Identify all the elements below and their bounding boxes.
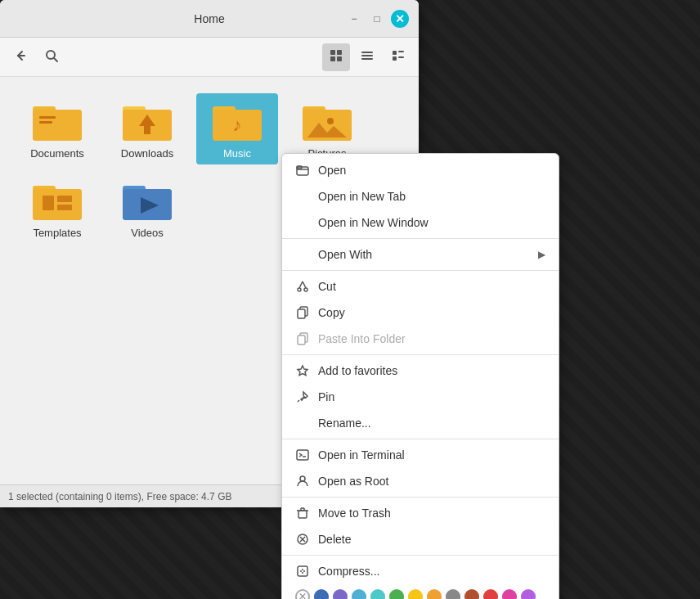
menu-open-root[interactable]: Open as Root [282, 468, 559, 494]
folder-icon-videos [121, 178, 173, 223]
menu-delete-label: Delete [318, 533, 351, 546]
folder-label-videos: Videos [131, 227, 164, 239]
menu-open-with-label: Open With [318, 248, 372, 261]
window-controls: − □ ✕ [345, 10, 409, 28]
favorites-icon [295, 363, 310, 378]
color-brown[interactable] [464, 589, 479, 599]
paste-icon [295, 331, 310, 346]
separator-3 [282, 354, 559, 355]
color-red[interactable] [483, 589, 498, 599]
folder-label-documents: Documents [30, 147, 84, 160]
open-with-arrow: ▶ [538, 249, 545, 260]
color-teal[interactable] [370, 589, 385, 599]
menu-pin[interactable]: Pin [282, 384, 559, 410]
color-purple[interactable] [333, 589, 348, 599]
color-gray[interactable] [446, 589, 460, 599]
trash-icon [295, 506, 310, 520]
title-bar: Home − □ ✕ [0, 0, 419, 38]
toolbar [0, 38, 419, 77]
folder-label-downloads: Downloads [121, 147, 173, 160]
svg-rect-56 [298, 511, 307, 518]
menu-copy-label: Copy [318, 306, 345, 319]
separator-2 [282, 270, 559, 271]
menu-open-terminal-label: Open in Terminal [318, 448, 405, 462]
menu-move-trash[interactable]: Move to Trash [282, 500, 559, 526]
svg-rect-8 [361, 58, 373, 60]
separator-5 [282, 497, 559, 498]
grid-view-button[interactable] [322, 43, 350, 71]
svg-line-43 [299, 281, 303, 288]
svg-marker-51 [298, 366, 307, 376]
menu-open-terminal[interactable]: Open in Terminal [282, 442, 559, 468]
window-title: Home [194, 12, 224, 25]
color-cyan-light[interactable] [352, 589, 366, 599]
menu-move-trash-label: Move to Trash [318, 507, 391, 520]
svg-rect-9 [393, 51, 397, 55]
menu-add-favorites[interactable]: Add to favorites [282, 358, 559, 384]
cut-icon [295, 279, 310, 294]
terminal-icon [295, 448, 310, 462]
minimize-button[interactable]: − [345, 10, 363, 28]
menu-open[interactable]: Open [282, 157, 559, 183]
folder-downloads[interactable]: Downloads [106, 93, 188, 164]
menu-copy[interactable]: Copy [282, 300, 559, 326]
delete-icon [295, 532, 310, 547]
menu-paste-into-folder-label: Paste Into Folder [318, 332, 406, 345]
svg-rect-15 [33, 110, 82, 141]
menu-open-new-window-label: Open in New Window [318, 216, 429, 229]
svg-rect-11 [393, 56, 397, 61]
color-violet[interactable] [521, 589, 536, 599]
folder-icon-downloads [121, 98, 173, 144]
back-icon [13, 48, 28, 66]
svg-point-55 [300, 476, 305, 481]
color-blue[interactable] [314, 589, 329, 599]
folder-documents[interactable]: Documents [16, 93, 98, 164]
menu-compress[interactable]: Compress... [282, 558, 559, 584]
open-icon [295, 163, 310, 178]
folder-templates[interactable]: Templates [16, 173, 98, 244]
menu-open-new-tab[interactable]: Open in New Tab [282, 183, 559, 209]
svg-rect-33 [33, 189, 82, 220]
color-yellow[interactable] [408, 589, 423, 599]
color-clear[interactable]: ✕ [295, 589, 310, 599]
menu-paste-into-folder: Paste Into Folder [282, 326, 559, 352]
menu-open-with[interactable]: Open With ▶ [282, 241, 559, 268]
list-view-button[interactable] [353, 43, 381, 71]
pin-icon [295, 390, 310, 404]
compact-view-button[interactable] [384, 43, 412, 71]
folder-videos[interactable]: Videos [106, 173, 188, 244]
svg-rect-64 [298, 566, 307, 576]
svg-point-29 [327, 118, 334, 124]
color-pink[interactable] [502, 589, 517, 599]
menu-cut[interactable]: Cut [282, 273, 559, 300]
color-orange[interactable] [427, 589, 442, 599]
compact-view-icon [391, 48, 406, 66]
close-button[interactable]: ✕ [391, 10, 409, 28]
search-button[interactable] [38, 43, 65, 71]
back-button[interactable] [7, 43, 34, 71]
svg-rect-16 [39, 116, 56, 119]
menu-delete[interactable]: Delete [282, 526, 559, 552]
maximize-button[interactable]: □ [368, 10, 386, 28]
svg-rect-2 [330, 50, 335, 55]
svg-rect-4 [330, 56, 335, 61]
svg-rect-17 [39, 121, 52, 124]
open-new-tab-icon [295, 189, 310, 204]
menu-open-new-window[interactable]: Open in New Window [282, 209, 559, 236]
folder-icon-pictures [301, 98, 353, 144]
svg-text:♪: ♪ [233, 115, 242, 135]
menu-rename[interactable]: Rename... [282, 410, 559, 436]
svg-line-1 [54, 58, 57, 61]
svg-line-44 [303, 281, 306, 288]
svg-rect-12 [398, 56, 404, 58]
rename-icon [295, 416, 310, 430]
menu-rename-label: Rename... [318, 417, 371, 430]
color-green[interactable] [389, 589, 404, 599]
copy-icon [295, 305, 310, 320]
svg-rect-50 [298, 336, 305, 345]
svg-point-46 [304, 288, 307, 291]
search-icon [44, 48, 59, 66]
folder-music[interactable]: ♪ Music [196, 93, 278, 164]
svg-rect-10 [398, 51, 404, 52]
svg-rect-6 [361, 52, 373, 53]
